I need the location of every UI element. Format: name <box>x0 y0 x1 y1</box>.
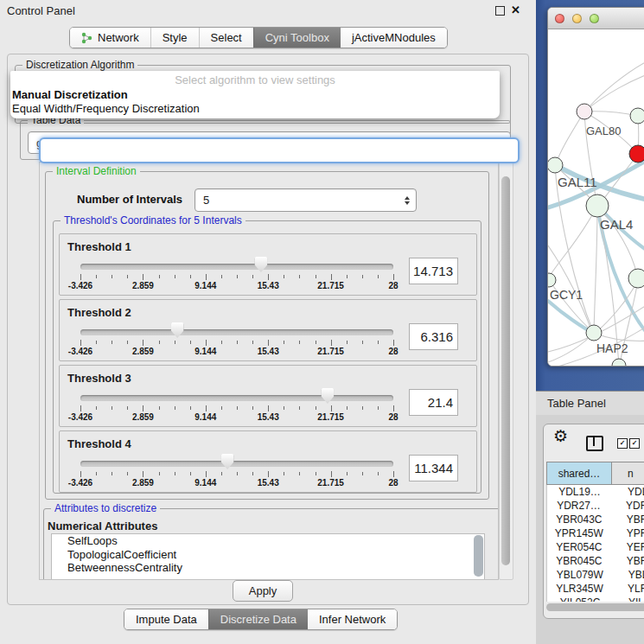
tick-mark <box>112 275 112 278</box>
column-header-name[interactable]: n <box>612 462 644 485</box>
slider-handle-icon[interactable] <box>321 388 334 404</box>
node-h[interactable] <box>628 269 644 288</box>
table-row[interactable]: YLR345WYLR3 <box>547 582 644 596</box>
split-columns-icon[interactable] <box>586 436 603 451</box>
algorithm-combobox[interactable] <box>39 137 520 163</box>
tick-mark <box>221 341 222 344</box>
attributes-list-scrollbar[interactable] <box>474 535 483 577</box>
tick-mark <box>299 472 300 475</box>
tick-mark <box>268 274 269 280</box>
slider-handle-icon[interactable] <box>171 322 184 338</box>
slider-track[interactable] <box>80 329 393 335</box>
dropdown-option-manual[interactable]: Manual Discretization <box>10 88 500 102</box>
slider-track[interactable] <box>80 264 393 270</box>
threshold-slider[interactable]: -3.4262.8599.14415.4321.71528 <box>80 300 393 360</box>
checkbox-icon[interactable]: ✓ <box>617 438 628 449</box>
cell-shared-name[interactable]: YBR045C <box>547 555 611 567</box>
threshold-slider[interactable]: -3.4262.8599.14415.4321.71528 <box>80 431 393 492</box>
column-header-shared[interactable]: shared… <box>546 462 612 485</box>
cell-name[interactable]: YDL1 <box>612 486 644 498</box>
node-red-selected[interactable] <box>629 145 644 163</box>
attribute-list-item[interactable]: TopologicalCoefficient <box>52 548 484 562</box>
slider-track[interactable] <box>80 461 393 467</box>
threshold-value-field[interactable]: 14.713 <box>409 258 458 284</box>
main-scrollbar[interactable] <box>499 162 513 580</box>
node-top-right[interactable] <box>630 108 644 124</box>
cell-name[interactable]: YER0 <box>611 541 644 553</box>
table-row[interactable]: YBL079WYBL0 <box>547 568 644 582</box>
tick-label: 21.715 <box>317 478 344 488</box>
node-gal80[interactable] <box>577 104 592 119</box>
close-window-icon[interactable]: ✕ <box>511 5 520 16</box>
node-gcy1[interactable] <box>548 273 556 287</box>
cell-shared-name[interactable]: YIL052C <box>547 596 613 602</box>
dropdown-option-equal-width[interactable]: Equal Width/Frequency Discretization <box>10 102 500 116</box>
node-bottom-partial[interactable] <box>612 359 626 366</box>
node-gal11[interactable] <box>548 157 563 173</box>
table-row[interactable]: YDR27…YDR2 <box>547 499 644 513</box>
cell-shared-name[interactable]: YPR145W <box>547 527 611 539</box>
cell-name[interactable]: YPR1 <box>611 527 644 539</box>
checkbox-icon[interactable]: ✓ <box>629 438 640 449</box>
table-row[interactable]: YIL052CYIL0 <box>547 596 644 602</box>
apply-button[interactable]: Apply <box>233 580 293 602</box>
tick-mark <box>206 471 207 477</box>
tick-label: 21.715 <box>317 347 344 356</box>
tab-discretize-data[interactable]: Discretize Data <box>208 609 308 629</box>
zoom-traffic-light-icon[interactable] <box>590 14 599 23</box>
threshold-value-field[interactable]: 11.344 <box>409 455 458 481</box>
cell-name[interactable]: YBR0 <box>611 513 644 526</box>
main-scrollbar-thumb[interactable] <box>501 176 510 565</box>
table-row[interactable]: YPR145WYPR1 <box>547 526 644 540</box>
table-horizontal-scrollbar[interactable] <box>546 603 644 611</box>
slider-handle-icon[interactable] <box>254 257 267 272</box>
cell-name[interactable]: YBR0 <box>611 555 644 567</box>
threshold-panel: Threshold 3 -3.4262.8599.14415.4321.7152… <box>59 365 477 427</box>
gear-icon[interactable]: ⚙ <box>553 426 568 446</box>
node-gal4[interactable] <box>586 194 609 217</box>
combo-spinner-icon[interactable] <box>405 196 410 205</box>
network-canvas[interactable]: GAL80 GA C GAL11 GAL4 GCY1 H HAP2 <box>548 29 644 366</box>
number-of-intervals-combobox[interactable]: 5 <box>194 188 417 212</box>
node-hap2[interactable] <box>586 325 602 341</box>
tick-label: 2.859 <box>132 412 154 422</box>
tab-jactivemnodules[interactable]: jActiveMNodules <box>341 28 447 48</box>
cell-name[interactable]: YBL0 <box>613 569 644 581</box>
attribute-list-item[interactable]: BetweennessCentrality <box>52 561 484 575</box>
cell-shared-name[interactable]: YBL079W <box>547 569 613 581</box>
cell-shared-name[interactable]: YER054C <box>547 541 611 553</box>
table-row[interactable]: YBR045CYBR0 <box>547 554 644 568</box>
cell-name[interactable]: YIL0 <box>613 596 644 602</box>
tab-cyni-toolbox[interactable]: Cyni Toolbox <box>253 28 341 48</box>
threshold-value-field[interactable]: 6.316 <box>409 323 458 350</box>
cell-name[interactable]: YDR2 <box>610 500 644 512</box>
cell-shared-name[interactable]: YDR27… <box>547 500 610 512</box>
tab-network[interactable]: Network <box>70 28 150 48</box>
slider-tick-labels: -3.4262.8599.14415.4321.71528 <box>80 347 393 357</box>
dropdown-prompt[interactable]: Select algorithm to view settings <box>10 71 500 88</box>
tick-mark <box>331 471 332 477</box>
tab-impute-data[interactable]: Impute Data <box>124 609 208 629</box>
tab-style[interactable]: Style <box>150 28 199 48</box>
cell-name[interactable]: YLR3 <box>612 583 644 595</box>
network-window-titlebar[interactable] <box>548 8 644 29</box>
close-traffic-light-icon[interactable] <box>555 14 564 23</box>
tab-select[interactable]: Select <box>199 28 253 48</box>
table-row[interactable]: YBR043CYBR0 <box>547 513 644 526</box>
tick-label: 2.859 <box>132 281 154 290</box>
cell-shared-name[interactable]: YDL19… <box>547 486 612 498</box>
threshold-slider[interactable]: -3.4262.8599.14415.4321.71528 <box>80 366 393 426</box>
cell-shared-name[interactable]: YLR345W <box>547 583 612 595</box>
slider-track[interactable] <box>80 395 393 401</box>
numerical-attributes-list[interactable]: SelfLoopsTopologicalCoefficientBetweenne… <box>51 533 485 580</box>
cell-shared-name[interactable]: YBR043C <box>547 513 611 526</box>
table-row[interactable]: YER054CYER0 <box>547 540 644 554</box>
tab-infer-network[interactable]: Infer Network <box>308 609 397 629</box>
threshold-slider[interactable]: -3.4262.8599.14415.4321.71528 <box>80 234 393 295</box>
slider-handle-icon[interactable] <box>221 454 234 469</box>
float-window-icon[interactable] <box>495 6 505 16</box>
threshold-value-field[interactable]: 21.4 <box>409 389 458 416</box>
table-row[interactable]: YDL19…YDL1 <box>547 485 644 499</box>
attribute-list-item[interactable]: SelfLoops <box>52 534 484 548</box>
minimize-traffic-light-icon[interactable] <box>572 14 582 23</box>
